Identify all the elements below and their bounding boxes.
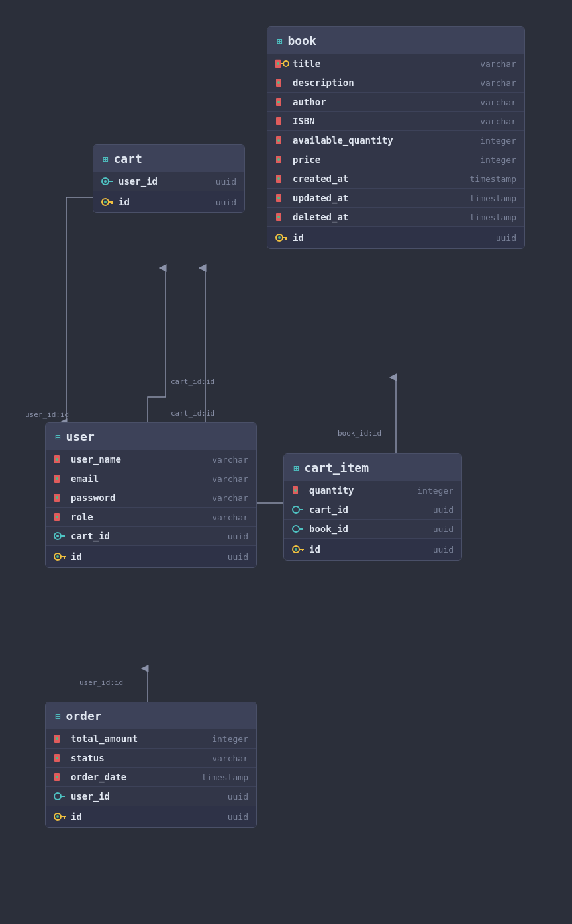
field-order-user-id-type: uuid <box>228 792 248 802</box>
regular-icon <box>275 154 289 165</box>
regular-icon <box>54 473 67 484</box>
table-order[interactable]: ⊞ order total_amount integer <box>45 702 257 828</box>
field-cart-item-book-id-type: uuid <box>433 524 453 534</box>
svg-rect-10 <box>276 117 281 125</box>
table-user-body: user_name varchar email varchar <box>46 450 256 545</box>
field-cart-item-cart-id: cart_id <box>309 504 429 515</box>
pk-fk-icon <box>275 58 289 69</box>
svg-point-39 <box>56 516 58 518</box>
field-deleted-at: deleted_at <box>293 212 466 222</box>
field-role: role <box>71 512 208 522</box>
regular-icon <box>275 116 289 126</box>
table-user[interactable]: ⊞ user user_name varchar <box>45 422 257 568</box>
table-icon: ⊞ <box>55 432 60 442</box>
field-total-amount: total_amount <box>71 733 208 744</box>
field-user-name-type: varchar <box>212 455 248 465</box>
field-book-id: id <box>293 232 492 243</box>
svg-rect-64 <box>60 796 65 797</box>
rel-label-book-id: book_id:id <box>338 429 381 438</box>
field-status: status <box>71 753 208 763</box>
table-cart-item-header: ⊞ cart_item <box>284 454 461 481</box>
regular-icon <box>275 212 289 222</box>
pk-icon <box>101 197 115 207</box>
svg-point-46 <box>56 555 59 558</box>
table-user-title: user <box>66 430 94 443</box>
field-title: title <box>293 58 476 69</box>
field-order-user-id: user_id <box>71 791 224 802</box>
table-icon: ⊞ <box>103 154 108 164</box>
field-cart-item-id-type: uuid <box>433 545 453 555</box>
table-row: available_quantity integer <box>267 130 524 150</box>
table-book-header: ⊞ book <box>267 27 524 54</box>
rel-label-user-id-2: user_id:id <box>79 678 123 687</box>
regular-icon <box>54 753 67 763</box>
table-row: status varchar <box>46 748 256 767</box>
pk-icon <box>54 811 67 822</box>
table-icon: ⊞ <box>277 36 282 46</box>
table-row: order_date timestamp <box>46 767 256 786</box>
table-row: created_at timestamp <box>267 169 524 188</box>
field-cart-id-type: uuid <box>216 197 236 207</box>
table-cart[interactable]: ⊞ cart user_id uuid <box>93 144 245 213</box>
svg-point-5 <box>277 62 279 65</box>
svg-point-58 <box>56 737 58 740</box>
table-row: quantity integer <box>284 481 461 500</box>
field-description-type: varchar <box>480 78 516 88</box>
table-icon: ⊞ <box>55 711 60 721</box>
svg-rect-50 <box>299 509 303 510</box>
field-status-type: varchar <box>212 753 248 763</box>
fk-only-icon <box>292 524 305 534</box>
field-available-quantity: available_quantity <box>293 135 476 146</box>
field-order-date-type: timestamp <box>202 772 248 782</box>
table-row: cart_id uuid <box>46 526 256 545</box>
regular-icon <box>54 733 67 744</box>
field-user-id-type: uuid <box>228 552 248 562</box>
svg-point-16 <box>277 177 280 180</box>
table-row: total_amount integer <box>46 729 256 748</box>
table-row: user_id uuid <box>93 172 244 191</box>
table-row: password varchar <box>46 488 256 507</box>
table-book[interactable]: ⊞ book title varchar <box>267 26 525 249</box>
regular-icon <box>54 454 67 465</box>
svg-point-35 <box>56 477 58 480</box>
svg-point-68 <box>56 815 59 818</box>
table-cart-body: user_id uuid <box>93 172 244 191</box>
rel-label-user-id: user_id:id <box>25 410 69 419</box>
table-row: ISBN varchar <box>267 111 524 130</box>
field-role-type: varchar <box>212 512 248 522</box>
svg-point-14 <box>277 158 280 161</box>
svg-point-42 <box>56 535 59 537</box>
table-row: cart_id uuid <box>284 500 461 519</box>
table-cart-item[interactable]: ⊞ cart_item quantity integer <box>283 453 462 561</box>
table-cart-title: cart <box>113 152 142 165</box>
table-order-pk: id uuid <box>46 806 256 827</box>
svg-point-12 <box>277 139 280 142</box>
table-icon: ⊞ <box>293 463 299 473</box>
svg-point-24 <box>278 236 281 239</box>
svg-point-60 <box>56 757 58 759</box>
svg-rect-30 <box>111 201 113 204</box>
field-isbn-type: varchar <box>480 116 516 126</box>
rel-label-cart-id: cart_id:id <box>171 377 215 386</box>
field-password: password <box>71 492 208 503</box>
fk-icon <box>54 531 67 541</box>
field-updated-at: updated_at <box>293 193 466 203</box>
table-row: book_id uuid <box>284 519 461 538</box>
table-row: role varchar <box>46 507 256 526</box>
svg-rect-41 <box>60 535 65 537</box>
svg-point-56 <box>295 548 297 551</box>
table-user-pk: id uuid <box>46 545 256 567</box>
field-price: price <box>293 154 476 165</box>
fk-only-icon <box>292 504 305 515</box>
field-quantity: quantity <box>309 485 413 496</box>
rel-label-cart-id-2: cart_id:id <box>171 409 215 418</box>
svg-point-48 <box>294 489 297 492</box>
table-row: email varchar <box>46 469 256 488</box>
regular-icon <box>275 193 289 203</box>
table-cart-item-pk: id uuid <box>284 538 461 560</box>
field-cart-item-id: id <box>309 544 429 555</box>
regular-icon <box>275 97 289 107</box>
field-description: description <box>293 77 476 88</box>
field-author-type: varchar <box>480 97 516 107</box>
svg-point-37 <box>56 496 58 499</box>
